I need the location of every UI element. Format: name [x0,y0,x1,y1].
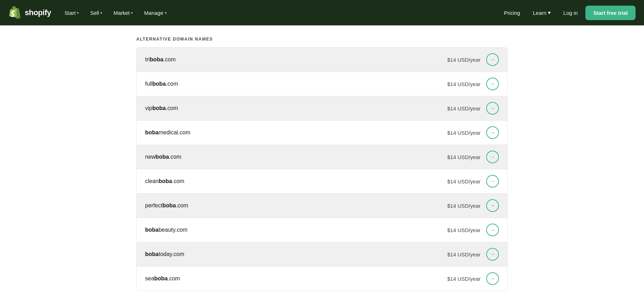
domain-right: $14 USD/year→ [447,102,499,115]
arrow-icon: → [490,227,495,233]
domain-right: $14 USD/year→ [447,53,499,66]
chevron-icon: ▾ [131,11,133,15]
domain-row: bobabeauty.com$14 USD/year→ [137,218,507,242]
start-trial-button[interactable]: Start free trial [585,6,636,20]
nav-label: Sell [90,10,99,16]
domain-price: $14 USD/year [447,251,481,257]
arrow-icon: → [490,105,495,111]
domain-row: vipboba.com$14 USD/year→ [137,96,507,121]
arrow-icon: → [490,154,495,160]
domain-price: $14 USD/year [447,130,481,136]
nav-items: Start▾Sell▾Market▾Manage▾ [60,7,499,19]
domain-name: triboba.com [145,56,175,63]
domain-right: $14 USD/year→ [447,151,499,163]
nav-label: Manage [144,10,163,16]
domain-price: $14 USD/year [447,57,481,63]
domain-name: vipboba.com [145,105,178,111]
domain-price: $14 USD/year [447,276,481,282]
domain-name: newboba.com [145,154,181,160]
main-content: ALTERNATIVE DOMAIN NAMES triboba.com$14 … [128,25,516,292]
arrow-icon: → [490,251,495,257]
domain-price: $14 USD/year [447,105,481,111]
domain-row: cleanboba.com$14 USD/year→ [137,169,507,194]
arrow-icon: → [490,275,495,282]
domain-select-button[interactable]: → [486,175,499,188]
domain-price: $14 USD/year [447,154,481,160]
nav-item-start[interactable]: Start▾ [60,7,84,19]
shopify-logo-icon [8,6,21,19]
domain-list: triboba.com$14 USD/year→fullboba.com$14 … [136,47,508,291]
domain-row: fullboba.com$14 USD/year→ [137,72,507,96]
domain-select-button[interactable]: → [486,248,499,261]
domain-row: seaboba.com$14 USD/year→ [137,267,507,291]
domain-name: bobatoday.com [145,251,184,257]
domain-price: $14 USD/year [447,81,481,87]
navbar: shopify Start▾Sell▾Market▾Manage▾ Pricin… [0,0,644,25]
domain-select-button[interactable]: → [486,199,499,212]
domain-select-button[interactable]: → [486,102,499,115]
domain-right: $14 USD/year→ [447,248,499,261]
arrow-icon: → [490,56,495,63]
logo-link[interactable]: shopify [8,6,51,19]
domain-row: perfectboba.com$14 USD/year→ [137,194,507,218]
learn-label: Learn [533,10,546,16]
login-button[interactable]: Log in [559,7,583,19]
domain-select-button[interactable]: → [486,78,499,90]
arrow-icon: → [490,202,495,209]
chevron-icon: ▾ [77,11,79,15]
domain-select-button[interactable]: → [486,126,499,139]
nav-item-manage[interactable]: Manage▾ [139,7,171,19]
arrow-icon: → [490,81,495,87]
domain-select-button[interactable]: → [486,272,499,285]
chevron-icon: ▾ [100,11,102,15]
domain-right: $14 USD/year→ [447,272,499,285]
domain-right: $14 USD/year→ [447,224,499,236]
learn-chevron-icon: ▾ [548,10,551,16]
domain-right: $14 USD/year→ [447,175,499,188]
arrow-icon: → [490,178,495,184]
domain-right: $14 USD/year→ [447,126,499,139]
nav-label: Market [113,10,130,16]
domain-right: $14 USD/year→ [447,78,499,90]
domain-price: $14 USD/year [447,203,481,209]
arrow-icon: → [490,129,495,136]
domain-price: $14 USD/year [447,227,481,233]
nav-item-market[interactable]: Market▾ [108,7,138,19]
nav-item-sell[interactable]: Sell▾ [85,7,107,19]
domain-select-button[interactable]: → [486,151,499,163]
domain-name: perfectboba.com [145,202,188,209]
domain-name: fullboba.com [145,81,178,87]
chevron-icon: ▾ [165,11,167,15]
section-title: ALTERNATIVE DOMAIN NAMES [136,37,508,42]
navbar-right: Pricing Learn ▾ Log in Start free trial [499,6,636,20]
domain-row: bobatoday.com$14 USD/year→ [137,242,507,267]
domain-name: cleanboba.com [145,178,184,184]
domain-price: $14 USD/year [447,178,481,184]
logo-text: shopify [25,8,51,17]
domain-select-button[interactable]: → [486,53,499,66]
domain-row: newboba.com$14 USD/year→ [137,145,507,169]
domain-right: $14 USD/year→ [447,199,499,212]
pricing-link[interactable]: Pricing [499,7,525,19]
learn-link[interactable]: Learn ▾ [528,7,555,19]
domain-row: triboba.com$14 USD/year→ [137,48,507,72]
domain-name: seaboba.com [145,275,180,282]
domain-row: bobamedical.com$14 USD/year→ [137,121,507,145]
nav-label: Start [65,10,76,16]
domain-name: bobabeauty.com [145,227,187,233]
domain-select-button[interactable]: → [486,224,499,236]
domain-name: bobamedical.com [145,129,190,136]
